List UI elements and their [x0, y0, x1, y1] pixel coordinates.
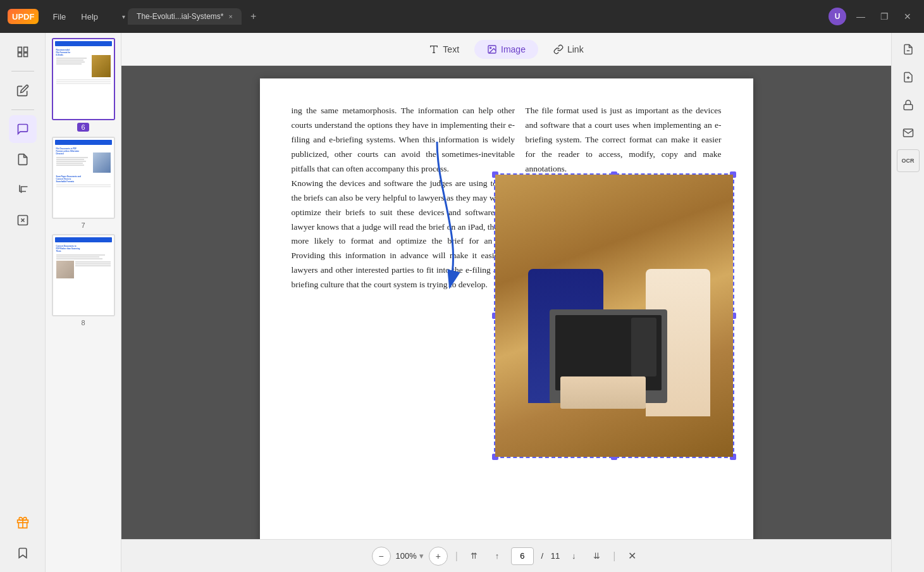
paragraph-1: ing the same metamorphosis. The informat…: [292, 104, 515, 177]
minimize-btn[interactable]: —: [851, 9, 870, 24]
paragraph-2: Knowing the devices and software the jud…: [292, 177, 515, 293]
edit-toolbar: Text Image Link: [121, 33, 891, 66]
sidebar-bookmark-icon[interactable]: [9, 539, 37, 567]
image-tool-btn[interactable]: Image: [474, 40, 538, 59]
last-page-btn[interactable]: ⇊: [588, 547, 605, 565]
sidebar-page-icon[interactable]: [9, 146, 37, 173]
svg-rect-3: [23, 53, 27, 57]
thumbnail-6[interactable]: RecommendedFile Formats forE-Briefs 6: [51, 38, 116, 132]
main-area: RecommendedFile Formats forE-Briefs 6: [0, 33, 924, 572]
paragraph-3: The file format used is just as importan…: [526, 104, 722, 177]
file-menu[interactable]: File: [46, 9, 72, 24]
sidebar-crop-icon[interactable]: [9, 176, 37, 204]
tab-dropdown-icon[interactable]: ▾: [122, 13, 125, 20]
text-icon: [429, 44, 439, 54]
menu-bar: File Help: [46, 9, 104, 24]
text-tool-btn[interactable]: Text: [416, 40, 472, 59]
sidebar-redact-icon[interactable]: [9, 206, 37, 234]
zoom-percent: 100%: [396, 551, 417, 561]
svg-point-12: [490, 47, 491, 48]
link-tool-btn[interactable]: Link: [541, 40, 596, 59]
thumbnail-panel: RecommendedFile Formats forE-Briefs 6: [46, 33, 121, 572]
zoom-dropdown-icon[interactable]: ▾: [419, 551, 424, 561]
user-avatar[interactable]: U: [829, 8, 846, 25]
tab-bar: ▾ The-Evoluti...ial-Systems* × +: [122, 8, 821, 25]
sidebar-left: [0, 33, 46, 572]
mail-right-icon[interactable]: [897, 121, 920, 144]
sidebar-comment-icon[interactable]: [9, 115, 37, 143]
maximize-btn[interactable]: ❐: [875, 9, 894, 24]
tab-title: The-Evoluti...ial-Systems*: [137, 12, 223, 21]
first-page-btn[interactable]: ⇈: [465, 547, 483, 565]
content-area: Text Image Link ing the same metamorphos…: [121, 33, 891, 572]
logo-text: UPDF: [12, 12, 34, 22]
extract-right-icon[interactable]: [897, 38, 920, 61]
close-btn[interactable]: ✕: [899, 9, 916, 24]
active-tab[interactable]: The-Evoluti...ial-Systems* ×: [128, 8, 242, 25]
prev-page-btn[interactable]: ↑: [488, 547, 506, 565]
thumb-img-8[interactable]: Convert Documents toPDF Rather than Scan…: [52, 234, 115, 316]
tab-close-btn[interactable]: ×: [228, 13, 232, 20]
document-view[interactable]: ing the same metamorphosis. The informat…: [121, 66, 891, 539]
page-number-input[interactable]: [511, 547, 534, 565]
text-column: ing the same metamorphosis. The informat…: [292, 104, 515, 292]
link-icon: [553, 44, 564, 54]
text-label: Text: [443, 44, 459, 54]
thumb-img-6[interactable]: RecommendedFile Formats forE-Briefs: [52, 38, 115, 120]
sidebar-divider-1: [11, 71, 34, 72]
sidebar-read-icon[interactable]: [9, 38, 37, 66]
page-6: ing the same metamorphosis. The informat…: [260, 78, 753, 539]
thumbnail-7[interactable]: File Documents in PDFFormat, unless Othe…: [51, 137, 116, 229]
protect-right-icon[interactable]: [897, 94, 920, 116]
thumb-img-7[interactable]: File Documents in PDFFormat, unless Othe…: [52, 137, 115, 219]
new-tab-btn[interactable]: +: [247, 9, 260, 23]
image-label: Image: [501, 44, 526, 54]
selected-image[interactable]: [494, 173, 734, 458]
image-selection-box: [494, 173, 734, 458]
thumb-num-6: 6: [77, 123, 89, 132]
svg-rect-0: [18, 47, 22, 53]
sidebar-bottom: [9, 509, 37, 567]
zoom-out-btn[interactable]: −: [372, 547, 391, 566]
bottom-toolbar: − 100% ▾ + | ⇈ ↑ / 11 ↓ ⇊ | ✕: [121, 539, 891, 572]
page-separator: /: [539, 551, 546, 561]
link-label: Link: [567, 44, 584, 54]
sidebar-right: OCR: [891, 33, 924, 572]
titlebar: UPDF File Help ▾ The-Evoluti...ial-Syste…: [0, 0, 924, 33]
sidebar-edit-icon[interactable]: [9, 77, 37, 104]
zoom-in-btn[interactable]: +: [429, 547, 448, 566]
thumb-num-7: 7: [81, 221, 85, 229]
close-edit-btn[interactable]: ✕: [623, 547, 641, 565]
updf-logo: UPDF: [8, 9, 39, 24]
sidebar-divider-2: [11, 109, 34, 110]
help-menu[interactable]: Help: [75, 9, 104, 24]
svg-rect-15: [904, 104, 913, 109]
pdf-ai-icon[interactable]: [897, 66, 920, 89]
sidebar-gift-icon[interactable]: [9, 509, 37, 537]
separator-1: |: [455, 550, 458, 562]
thumb-num-8: 8: [81, 319, 85, 326]
window-controls: U — ❐ ✕: [829, 8, 916, 25]
total-pages: 11: [551, 551, 560, 561]
zoom-value: 100% ▾: [396, 551, 424, 561]
svg-rect-2: [18, 53, 22, 57]
separator-2: |: [613, 550, 615, 562]
image-icon: [487, 44, 497, 54]
next-page-btn[interactable]: ↓: [565, 547, 582, 565]
right-column: The file format used is just as importan…: [526, 104, 722, 177]
thumbnail-8[interactable]: Convert Documents toPDF Rather than Scan…: [51, 234, 116, 326]
svg-rect-1: [23, 47, 27, 53]
ocr-right-icon[interactable]: OCR: [897, 149, 920, 172]
